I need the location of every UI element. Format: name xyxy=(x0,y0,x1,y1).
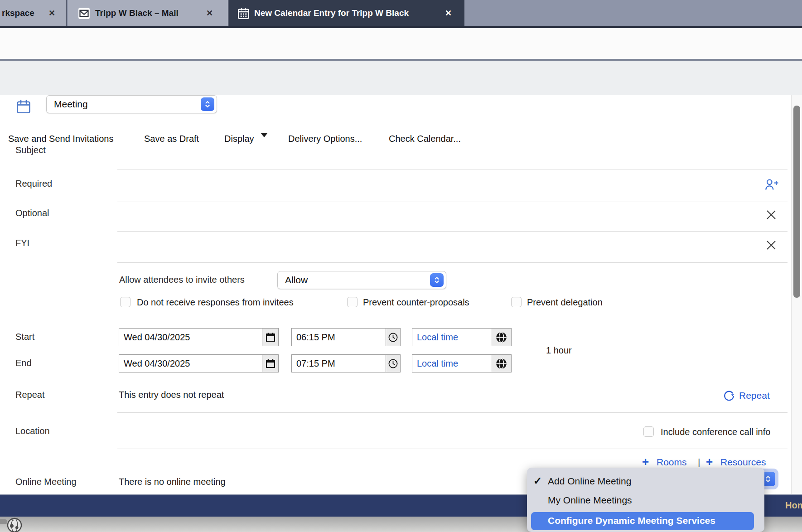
save-as-draft-button[interactable]: Save as Draft xyxy=(144,134,199,144)
scrollbar-thumb[interactable] xyxy=(793,106,800,298)
start-date-value: Wed 04/30/2025 xyxy=(119,329,262,346)
close-icon[interactable] xyxy=(766,240,777,251)
subject-field[interactable] xyxy=(117,152,788,169)
fyi-label: FYI xyxy=(15,238,29,248)
network-status-globe-icon[interactable] xyxy=(6,517,23,532)
tab-new-calendar-entry-label: New Calendar Entry for Tripp W Black xyxy=(254,8,409,18)
prevent-counter-checkbox[interactable] xyxy=(347,297,358,307)
invite-options-value: Allow xyxy=(278,275,308,285)
tab-workspace-label: rkspace xyxy=(2,8,34,18)
tab-mail[interactable]: Tripp W Black – Mail ✕ xyxy=(68,0,229,26)
calendar-entry-icon xyxy=(15,99,32,115)
invite-options-label: Allow attendees to invite others xyxy=(119,275,245,285)
location-field[interactable] xyxy=(117,421,629,447)
globe-icon[interactable] xyxy=(491,329,511,346)
start-time-field[interactable]: 06:15 PM xyxy=(291,328,401,346)
include-conference-label: Include conference call info xyxy=(661,427,770,437)
no-responses-label: Do not receive responses from invitees xyxy=(137,297,294,308)
close-icon[interactable]: ✕ xyxy=(445,8,452,18)
plus-icon: + xyxy=(642,455,649,469)
menu-item-my-online-meetings[interactable]: My Online Meetings xyxy=(548,495,632,506)
invite-options-select[interactable]: Allow xyxy=(277,271,446,289)
tab-bar: rkspace ✕ Tripp W Black – Mail ✕ New Cal… xyxy=(0,0,802,28)
menu-item-configure-dms[interactable]: Configure Dynamic Meeting Services xyxy=(531,512,754,530)
action-bar: Save and Send Invitations Save as Draft … xyxy=(0,59,802,95)
location-label: Location xyxy=(15,426,50,436)
check-calendar-button[interactable]: Check Calendar... xyxy=(389,134,461,144)
duration-value: 1 hour xyxy=(546,345,572,356)
start-timezone-field[interactable]: Local time xyxy=(412,328,512,346)
tab-workspace[interactable]: rkspace ✕ xyxy=(0,0,67,26)
caret-down-icon xyxy=(261,137,268,145)
plus-icon: + xyxy=(706,455,713,469)
date-picker-icon[interactable] xyxy=(262,329,278,346)
no-responses-checkbox[interactable] xyxy=(120,297,130,307)
field-divider xyxy=(117,169,788,169)
checkmark-icon: ✓ xyxy=(533,475,542,487)
rooms-link[interactable]: Rooms xyxy=(657,457,687,468)
entry-type-select[interactable]: Meeting xyxy=(46,95,217,113)
end-timezone-field[interactable]: Local time xyxy=(412,354,512,372)
close-icon[interactable]: ✕ xyxy=(206,8,213,18)
prevent-delegation-checkbox[interactable] xyxy=(511,297,522,307)
entry-type-value: Meeting xyxy=(47,99,88,110)
end-time-value: 07:15 PM xyxy=(292,355,386,372)
repeat-icon[interactable] xyxy=(723,390,735,402)
field-divider xyxy=(117,231,788,232)
fyi-field[interactable] xyxy=(117,241,756,261)
optional-field[interactable] xyxy=(117,211,756,231)
format-toolbar: b i u A 123 xyxy=(0,28,802,59)
prevent-counter-label: Prevent counter-proposals xyxy=(363,297,469,308)
close-icon[interactable]: ✕ xyxy=(48,8,55,18)
field-divider xyxy=(117,412,788,413)
clock-icon[interactable] xyxy=(386,355,400,372)
include-conference-checkbox[interactable] xyxy=(643,426,654,437)
home-link[interactable]: Home xyxy=(785,500,802,511)
start-time-value: 06:15 PM xyxy=(292,329,386,346)
end-date-value: Wed 04/30/2025 xyxy=(119,355,262,372)
end-timezone-value: Local time xyxy=(412,355,491,372)
date-picker-icon[interactable] xyxy=(262,355,278,372)
end-time-field[interactable]: 07:15 PM xyxy=(291,354,401,372)
online-meeting-context-menu: ✓ Add Online Meeting My Online Meetings … xyxy=(527,468,764,532)
required-field[interactable] xyxy=(117,181,756,201)
start-label: Start xyxy=(15,332,34,342)
app-window: rkspace ✕ Tripp W Black – Mail ✕ New Cal… xyxy=(0,0,802,532)
repeat-value: This entry does not repeat xyxy=(119,390,224,400)
subject-label: Subject xyxy=(15,145,46,155)
start-timezone-value: Local time xyxy=(412,329,491,346)
online-meeting-label: Online Meeting xyxy=(15,477,77,487)
globe-icon[interactable] xyxy=(491,355,511,372)
select-stepper-icon xyxy=(430,273,444,287)
required-label: Required xyxy=(15,179,52,189)
delivery-options-button[interactable]: Delivery Options... xyxy=(288,134,362,144)
vertical-scrollbar[interactable] xyxy=(791,95,802,494)
tab-mail-label: Tripp W Black – Mail xyxy=(95,8,179,18)
menu-item-configure-dms-label: Configure Dynamic Meeting Services xyxy=(548,515,715,526)
person-add-icon[interactable] xyxy=(764,178,778,192)
calendar-icon xyxy=(237,7,250,19)
resources-link[interactable]: Resources xyxy=(720,457,766,468)
end-date-field[interactable]: Wed 04/30/2025 xyxy=(119,354,279,372)
prevent-delegation-label: Prevent delegation xyxy=(527,297,603,308)
save-and-send-button[interactable]: Save and Send Invitations xyxy=(8,134,113,144)
optional-label: Optional xyxy=(15,208,49,218)
field-divider xyxy=(117,202,788,202)
close-icon[interactable] xyxy=(766,209,777,220)
mail-icon xyxy=(78,7,90,19)
link-divider: | xyxy=(698,457,700,468)
start-date-field[interactable]: Wed 04/30/2025 xyxy=(119,328,279,346)
field-divider xyxy=(117,262,788,263)
tab-new-calendar-entry[interactable]: New Calendar Entry for Tripp W Black ✕ xyxy=(229,0,464,26)
display-menu-button[interactable]: Display xyxy=(224,134,254,144)
end-label: End xyxy=(15,358,32,368)
clock-icon[interactable] xyxy=(386,329,400,346)
online-meeting-value: There is no online meeting xyxy=(119,477,226,487)
field-divider xyxy=(117,449,788,449)
repeat-label: Repeat xyxy=(15,390,45,400)
repeat-link[interactable]: Repeat xyxy=(739,390,770,401)
select-stepper-icon xyxy=(201,97,214,111)
menu-item-add-online-meeting[interactable]: Add Online Meeting xyxy=(548,476,631,487)
